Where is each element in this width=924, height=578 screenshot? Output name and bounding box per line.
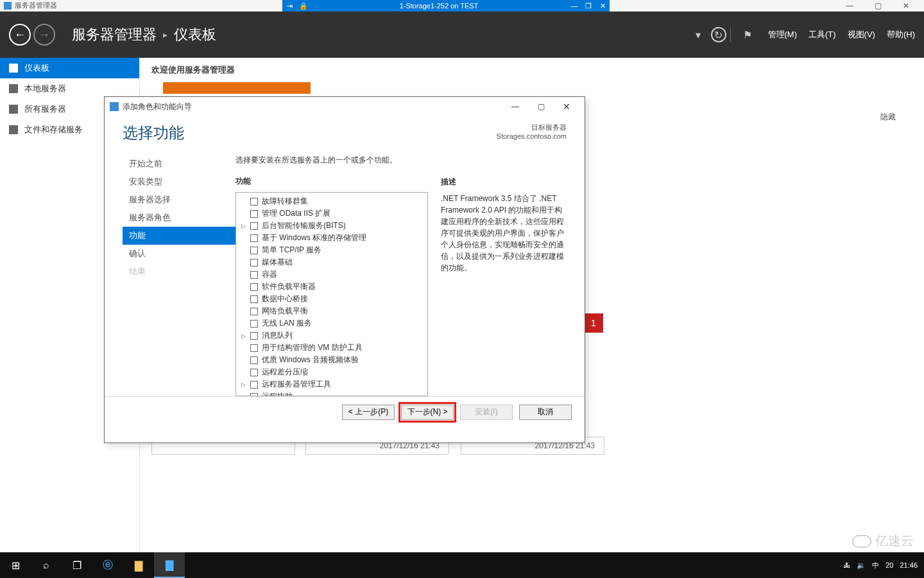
tray-volume-icon[interactable]: 🔉 bbox=[857, 561, 866, 570]
feature-row[interactable]: 容器 bbox=[239, 268, 425, 281]
feature-row[interactable]: 简单 TCP/IP 服务 bbox=[239, 244, 425, 256]
feature-row[interactable]: 优质 Windows 音频视频体验 bbox=[239, 354, 425, 366]
feature-checkbox[interactable] bbox=[250, 332, 258, 340]
wizard-maximize-button[interactable]: ▢ bbox=[528, 102, 554, 111]
feature-row[interactable]: 故障转移群集 bbox=[239, 195, 425, 207]
task-view-button[interactable]: ❐ bbox=[62, 552, 92, 578]
feature-checkbox[interactable] bbox=[250, 356, 258, 364]
outer-close-button[interactable]: ✕ bbox=[892, 0, 920, 12]
feature-label: 无线 LAN 服务 bbox=[262, 318, 312, 329]
outer-minimize-button[interactable]: — bbox=[835, 0, 864, 12]
wizard-step-server-select[interactable]: 服务器选择 bbox=[123, 191, 235, 209]
tray-ime-indicator[interactable]: 中 bbox=[872, 561, 879, 570]
vm-connection-bar: ⇥ 🔒 1-Storage1-252 on TEST — ❐ ✕ bbox=[282, 0, 610, 12]
dropdown-icon[interactable]: ▾ bbox=[690, 27, 706, 42]
flag-icon[interactable]: ⚑ bbox=[740, 27, 755, 42]
feature-checkbox[interactable] bbox=[250, 393, 258, 397]
wizard-close-button[interactable]: ✕ bbox=[554, 101, 579, 112]
feature-checkbox[interactable] bbox=[250, 210, 258, 218]
tray-network-icon[interactable]: 🖧 bbox=[843, 561, 850, 569]
dashboard-icon bbox=[9, 64, 18, 73]
feature-row[interactable]: 媒体基础 bbox=[239, 256, 425, 268]
search-button[interactable]: ⌕ bbox=[31, 552, 62, 578]
feature-checkbox[interactable] bbox=[250, 308, 258, 315]
feature-checkbox[interactable] bbox=[250, 198, 258, 206]
feature-checkbox[interactable] bbox=[250, 222, 258, 230]
sidebar-item-dashboard[interactable]: 仪表板 bbox=[0, 58, 139, 78]
menu-view[interactable]: 视图(V) bbox=[848, 29, 875, 40]
vm-minimize-button[interactable]: — bbox=[567, 2, 581, 10]
feature-checkbox[interactable] bbox=[250, 271, 258, 279]
wizard-minimize-button[interactable]: — bbox=[502, 102, 528, 111]
storage-icon bbox=[9, 125, 18, 134]
menu-manage[interactable]: 管理(M) bbox=[768, 29, 798, 40]
watermark: 亿速云 bbox=[852, 532, 914, 550]
wizard-step-before-begin[interactable]: 开始之前 bbox=[123, 155, 235, 173]
feature-checkbox[interactable] bbox=[250, 247, 258, 254]
feature-row[interactable]: 网络负载平衡 bbox=[239, 305, 425, 317]
tray-extra: 20 bbox=[886, 561, 893, 569]
feature-checkbox[interactable] bbox=[250, 283, 258, 291]
wizard-step-confirm[interactable]: 确认 bbox=[123, 245, 235, 263]
feature-checkbox[interactable] bbox=[250, 295, 258, 303]
taskbar-explorer-icon[interactable]: ▇ bbox=[123, 552, 154, 578]
feature-row[interactable]: 远程差分压缩 bbox=[239, 366, 425, 378]
feature-checkbox[interactable] bbox=[250, 234, 258, 242]
feature-checkbox[interactable] bbox=[250, 344, 258, 352]
feature-checkbox[interactable] bbox=[250, 259, 258, 267]
feature-row[interactable]: 无线 LAN 服务 bbox=[239, 317, 425, 329]
nav-forward-button[interactable]: → bbox=[33, 24, 55, 46]
feature-label: 远程差分压缩 bbox=[262, 367, 308, 378]
refresh-icon[interactable]: ↻ bbox=[711, 27, 726, 42]
wizard-step-server-roles[interactable]: 服务器角色 bbox=[123, 209, 235, 227]
start-button[interactable]: ⊞ bbox=[0, 552, 31, 578]
wizard-step-features[interactable]: 功能 bbox=[123, 227, 235, 245]
breadcrumb-root[interactable]: 服务器管理器 bbox=[72, 25, 157, 44]
feature-label: 简单 TCP/IP 服务 bbox=[262, 245, 321, 256]
feature-row[interactable]: 软件负载平衡器 bbox=[239, 281, 425, 293]
previous-button[interactable]: < 上一步(P) bbox=[342, 405, 395, 420]
next-button[interactable]: 下一步(N) > bbox=[401, 405, 454, 420]
expander-icon[interactable]: ▷ bbox=[240, 381, 246, 388]
feature-checkbox[interactable] bbox=[250, 320, 258, 328]
breadcrumb: 服务器管理器 ▸ 仪表板 bbox=[72, 25, 216, 44]
taskbar-server-manager-icon[interactable]: ▇ bbox=[154, 552, 185, 578]
vm-close-button[interactable]: ✕ bbox=[595, 2, 610, 10]
outer-window-title: 服务器管理器 bbox=[15, 1, 57, 10]
cancel-button[interactable]: 取消 bbox=[519, 405, 572, 420]
divider bbox=[730, 28, 731, 42]
pin-icon[interactable]: ⇥ bbox=[282, 2, 296, 10]
vm-restore-button[interactable]: ❐ bbox=[581, 2, 595, 10]
feature-row[interactable]: 基于 Windows 标准的存储管理 bbox=[239, 232, 425, 244]
outer-maximize-button[interactable]: ▢ bbox=[864, 0, 892, 12]
feature-label: 软件负载平衡器 bbox=[262, 281, 316, 292]
wizard-titlebar: 添加角色和功能向导 — ▢ ✕ bbox=[105, 97, 585, 116]
feature-label: 远程协助 bbox=[262, 391, 293, 396]
feature-row[interactable]: 管理 OData IIS 扩展 bbox=[239, 207, 425, 220]
menu-help[interactable]: 帮助(H) bbox=[887, 29, 915, 40]
feature-row[interactable]: 数据中心桥接 bbox=[239, 293, 425, 305]
nav-back-button[interactable]: ← bbox=[9, 24, 31, 46]
target-server-name: Storages.contoso.com bbox=[497, 132, 567, 140]
feature-label: 故障转移群集 bbox=[262, 196, 308, 207]
wizard-step-install-type[interactable]: 安装类型 bbox=[123, 173, 235, 191]
taskbar-ie-icon[interactable]: ⓔ bbox=[92, 552, 123, 578]
feature-checkbox[interactable] bbox=[250, 381, 258, 389]
expander-icon[interactable]: ▷ bbox=[240, 333, 246, 339]
menu-tools[interactable]: 工具(T) bbox=[809, 29, 836, 40]
features-list[interactable]: 故障转移群集管理 OData IIS 扩展▷后台智能传输服务(BITS)基于 W… bbox=[235, 192, 428, 396]
expander-icon[interactable]: ▷ bbox=[240, 223, 246, 229]
feature-row[interactable]: 用于结构管理的 VM 防护工具 bbox=[239, 342, 425, 354]
alert-badge[interactable]: 1 bbox=[584, 313, 603, 333]
hide-link[interactable]: 隐藏 bbox=[880, 112, 896, 123]
wizard-footer: < 上一步(P) 下一步(N) > 安装(I) 取消 bbox=[105, 396, 585, 427]
target-server-label: 目标服务器 bbox=[497, 123, 567, 132]
chevron-right-icon: ▸ bbox=[163, 30, 167, 40]
feature-checkbox[interactable] bbox=[250, 369, 258, 376]
vm-connection-label: 1-Storage1-252 on TEST bbox=[311, 2, 567, 10]
feature-row[interactable]: 远程协助 bbox=[239, 390, 425, 396]
feature-row[interactable]: ▷后台智能传输服务(BITS) bbox=[239, 220, 425, 232]
feature-row[interactable]: ▷消息队列 bbox=[239, 329, 425, 342]
feature-row[interactable]: ▷远程服务器管理工具 bbox=[239, 378, 425, 390]
taskbar-clock[interactable]: 21:46 bbox=[900, 561, 918, 569]
